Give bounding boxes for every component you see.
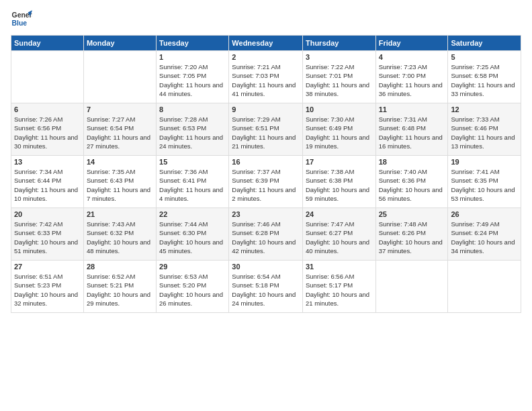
- day-number: 8: [159, 105, 226, 113]
- day-detail: Sunrise: 7:42 AM Sunset: 6:33 PM Dayligh…: [14, 220, 81, 255]
- calendar-week-row: 20Sunrise: 7:42 AM Sunset: 6:33 PM Dayli…: [11, 208, 521, 261]
- day-detail: Sunrise: 7:26 AM Sunset: 6:56 PM Dayligh…: [14, 115, 81, 150]
- day-detail: Sunrise: 6:54 AM Sunset: 5:18 PM Dayligh…: [232, 272, 300, 308]
- calendar-cell: [448, 261, 521, 313]
- day-number: 7: [87, 105, 153, 113]
- day-number: 18: [379, 158, 445, 166]
- calendar-day-header: Sunday: [11, 36, 84, 51]
- day-number: 13: [14, 158, 81, 166]
- day-number: 19: [451, 158, 518, 166]
- calendar-day-header: Wednesday: [229, 36, 303, 51]
- day-number: 16: [232, 158, 300, 166]
- day-detail: Sunrise: 7:20 AM Sunset: 7:05 PM Dayligh…: [159, 62, 226, 98]
- day-number: 20: [14, 210, 81, 218]
- calendar-cell: 8Sunrise: 7:28 AM Sunset: 6:53 PM Daylig…: [157, 103, 229, 156]
- calendar-table: SundayMondayTuesdayWednesdayThursdayFrid…: [11, 35, 521, 313]
- calendar-cell: 27Sunrise: 6:51 AM Sunset: 5:23 PM Dayli…: [11, 261, 84, 313]
- page-header: General Blue: [11, 8, 521, 30]
- calendar-cell: [11, 51, 84, 103]
- day-detail: Sunrise: 7:30 AM Sunset: 6:49 PM Dayligh…: [306, 115, 373, 150]
- day-number: 17: [306, 158, 373, 166]
- calendar-cell: 30Sunrise: 6:54 AM Sunset: 5:18 PM Dayli…: [229, 261, 303, 313]
- calendar-cell: 19Sunrise: 7:41 AM Sunset: 6:35 PM Dayli…: [448, 156, 521, 208]
- calendar-cell: 26Sunrise: 7:49 AM Sunset: 6:24 PM Dayli…: [448, 208, 521, 261]
- day-detail: Sunrise: 7:43 AM Sunset: 6:32 PM Dayligh…: [87, 220, 153, 255]
- calendar-day-header: Friday: [375, 36, 448, 51]
- day-detail: Sunrise: 7:40 AM Sunset: 6:36 PM Dayligh…: [379, 167, 445, 203]
- day-detail: Sunrise: 6:56 AM Sunset: 5:17 PM Dayligh…: [306, 272, 373, 308]
- day-detail: Sunrise: 7:34 AM Sunset: 6:44 PM Dayligh…: [14, 167, 81, 203]
- calendar-week-row: 13Sunrise: 7:34 AM Sunset: 6:44 PM Dayli…: [11, 156, 521, 208]
- day-number: 21: [87, 210, 153, 218]
- day-number: 31: [306, 263, 373, 271]
- calendar-week-row: 1Sunrise: 7:20 AM Sunset: 7:05 PM Daylig…: [11, 51, 521, 103]
- day-number: 23: [232, 210, 300, 218]
- day-detail: Sunrise: 7:44 AM Sunset: 6:30 PM Dayligh…: [159, 220, 226, 255]
- day-number: 4: [379, 53, 445, 61]
- day-detail: Sunrise: 6:51 AM Sunset: 5:23 PM Dayligh…: [14, 272, 81, 308]
- day-detail: Sunrise: 7:25 AM Sunset: 6:58 PM Dayligh…: [451, 62, 518, 98]
- calendar-cell: 20Sunrise: 7:42 AM Sunset: 6:33 PM Dayli…: [11, 208, 84, 261]
- day-detail: Sunrise: 7:36 AM Sunset: 6:41 PM Dayligh…: [159, 167, 226, 203]
- day-detail: Sunrise: 7:31 AM Sunset: 6:48 PM Dayligh…: [379, 115, 445, 150]
- day-detail: Sunrise: 7:48 AM Sunset: 6:26 PM Dayligh…: [379, 220, 445, 255]
- day-number: 2: [232, 53, 300, 61]
- day-number: 3: [306, 53, 373, 61]
- calendar-week-row: 6Sunrise: 7:26 AM Sunset: 6:56 PM Daylig…: [11, 103, 521, 156]
- calendar-cell: [83, 51, 156, 103]
- day-detail: Sunrise: 7:41 AM Sunset: 6:35 PM Dayligh…: [451, 167, 518, 203]
- day-detail: Sunrise: 7:28 AM Sunset: 6:53 PM Dayligh…: [159, 115, 226, 150]
- day-detail: Sunrise: 7:27 AM Sunset: 6:54 PM Dayligh…: [87, 115, 153, 150]
- calendar-day-header: Saturday: [448, 36, 521, 51]
- day-number: 29: [159, 263, 226, 271]
- day-detail: Sunrise: 6:52 AM Sunset: 5:21 PM Dayligh…: [87, 272, 153, 308]
- logo: General Blue: [11, 8, 32, 30]
- day-detail: Sunrise: 7:38 AM Sunset: 6:38 PM Dayligh…: [306, 167, 373, 203]
- day-number: 25: [379, 210, 445, 218]
- calendar-cell: 28Sunrise: 6:52 AM Sunset: 5:21 PM Dayli…: [83, 261, 156, 313]
- calendar-cell: 21Sunrise: 7:43 AM Sunset: 6:32 PM Dayli…: [83, 208, 156, 261]
- calendar-cell: 25Sunrise: 7:48 AM Sunset: 6:26 PM Dayli…: [375, 208, 448, 261]
- calendar-cell: 11Sunrise: 7:31 AM Sunset: 6:48 PM Dayli…: [375, 103, 448, 156]
- calendar-day-header: Monday: [83, 36, 156, 51]
- day-number: 5: [451, 53, 518, 61]
- day-number: 10: [306, 105, 373, 113]
- calendar-cell: 5Sunrise: 7:25 AM Sunset: 6:58 PM Daylig…: [448, 51, 521, 103]
- day-detail: Sunrise: 7:22 AM Sunset: 7:01 PM Dayligh…: [306, 62, 373, 98]
- day-number: 28: [87, 263, 153, 271]
- calendar-cell: 1Sunrise: 7:20 AM Sunset: 7:05 PM Daylig…: [157, 51, 229, 103]
- calendar-cell: 9Sunrise: 7:29 AM Sunset: 6:51 PM Daylig…: [229, 103, 303, 156]
- day-number: 22: [159, 210, 226, 218]
- calendar-cell: 14Sunrise: 7:35 AM Sunset: 6:43 PM Dayli…: [83, 156, 156, 208]
- day-detail: Sunrise: 7:47 AM Sunset: 6:27 PM Dayligh…: [306, 220, 373, 255]
- day-detail: Sunrise: 7:29 AM Sunset: 6:51 PM Dayligh…: [232, 115, 300, 150]
- day-detail: Sunrise: 7:46 AM Sunset: 6:28 PM Dayligh…: [232, 220, 300, 255]
- day-number: 11: [379, 105, 445, 113]
- calendar-cell: 29Sunrise: 6:53 AM Sunset: 5:20 PM Dayli…: [157, 261, 229, 313]
- day-number: 26: [451, 210, 518, 218]
- svg-text:Blue: Blue: [12, 19, 28, 27]
- day-number: 27: [14, 263, 81, 271]
- calendar-cell: 10Sunrise: 7:30 AM Sunset: 6:49 PM Dayli…: [302, 103, 375, 156]
- calendar-cell: 12Sunrise: 7:33 AM Sunset: 6:46 PM Dayli…: [448, 103, 521, 156]
- calendar-week-row: 27Sunrise: 6:51 AM Sunset: 5:23 PM Dayli…: [11, 261, 521, 313]
- calendar-header-row: SundayMondayTuesdayWednesdayThursdayFrid…: [11, 36, 521, 51]
- day-number: 12: [451, 105, 518, 113]
- day-number: 24: [306, 210, 373, 218]
- day-number: 9: [232, 105, 300, 113]
- calendar-cell: 23Sunrise: 7:46 AM Sunset: 6:28 PM Dayli…: [229, 208, 303, 261]
- calendar-cell: [375, 261, 448, 313]
- day-number: 15: [159, 158, 226, 166]
- calendar-cell: 13Sunrise: 7:34 AM Sunset: 6:44 PM Dayli…: [11, 156, 84, 208]
- calendar-cell: 17Sunrise: 7:38 AM Sunset: 6:38 PM Dayli…: [302, 156, 375, 208]
- calendar-cell: 15Sunrise: 7:36 AM Sunset: 6:41 PM Dayli…: [157, 156, 229, 208]
- day-detail: Sunrise: 6:53 AM Sunset: 5:20 PM Dayligh…: [159, 272, 226, 308]
- calendar-cell: 22Sunrise: 7:44 AM Sunset: 6:30 PM Dayli…: [157, 208, 229, 261]
- calendar-cell: 6Sunrise: 7:26 AM Sunset: 6:56 PM Daylig…: [11, 103, 84, 156]
- day-number: 6: [14, 105, 81, 113]
- day-detail: Sunrise: 7:33 AM Sunset: 6:46 PM Dayligh…: [451, 115, 518, 150]
- calendar-cell: 7Sunrise: 7:27 AM Sunset: 6:54 PM Daylig…: [83, 103, 156, 156]
- logo-icon: General Blue: [11, 8, 32, 30]
- day-detail: Sunrise: 7:49 AM Sunset: 6:24 PM Dayligh…: [451, 220, 518, 255]
- day-number: 1: [159, 53, 226, 61]
